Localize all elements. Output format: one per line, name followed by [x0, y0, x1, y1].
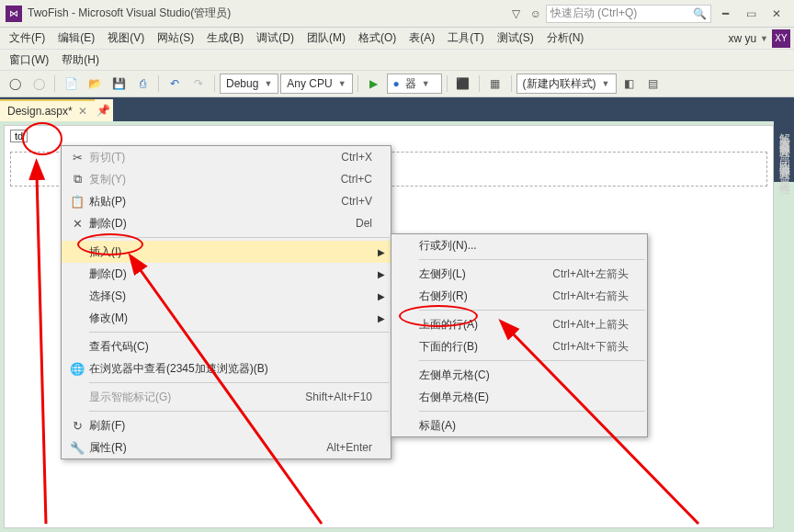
- menu-item[interactable]: 修改(M)▶: [62, 307, 391, 329]
- tool-icon[interactable]: ⬛: [452, 73, 474, 95]
- menu-item-icon: 📋: [65, 195, 89, 209]
- feedback-icon[interactable]: ☺: [526, 5, 546, 23]
- menu-item[interactable]: 右侧列(R)Ctrl+Alt+右箭头: [391, 285, 647, 307]
- chevron-down-icon: ▼: [338, 79, 346, 88]
- menu-item-label: 复制(Y): [89, 172, 126, 187]
- side-tab-properties[interactable]: 属性: [776, 173, 792, 176]
- menu-item[interactable]: 插入(I)▶: [62, 241, 391, 263]
- start-button[interactable]: ▶: [363, 73, 385, 95]
- tab-label: Design.aspx*: [7, 105, 73, 118]
- context-menu: ✂剪切(T)Ctrl+X⧉复制(Y)Ctrl+C📋粘贴(P)Ctrl+V✕删除(…: [61, 145, 391, 459]
- menu-format[interactable]: 格式(O): [353, 28, 402, 48]
- chevron-down-icon: ▼: [264, 79, 272, 88]
- save-all-button[interactable]: ⎙: [131, 73, 153, 95]
- undo-button[interactable]: ↶: [164, 73, 186, 95]
- menu-item[interactable]: 🔧属性(R)Alt+Enter: [62, 436, 391, 458]
- menu-item-shortcut: Ctrl+Alt+右箭头: [552, 289, 629, 304]
- menu-item-label: 左侧列(L): [419, 266, 466, 282]
- maximize-button[interactable]: ▭: [739, 5, 763, 23]
- side-toolwindow-tabs: 解决方案资源管理器 团队资源管理器 属性: [774, 119, 794, 182]
- menu-item[interactable]: ✕删除(D)Del: [62, 212, 391, 234]
- menu-item-label: 上面的行(A): [419, 317, 478, 333]
- style-icon[interactable]: ◧: [618, 73, 641, 95]
- quick-launch-input[interactable]: 快速启动 (Ctrl+Q) 🔍: [546, 5, 711, 23]
- menu-item-shortcut: Ctrl+Alt+上箭头: [552, 317, 629, 333]
- menu-item[interactable]: 删除(D)▶: [62, 263, 391, 285]
- menu-website[interactable]: 网站(S): [152, 28, 199, 48]
- save-button[interactable]: 💾: [108, 73, 130, 95]
- style-icon-2[interactable]: ▤: [642, 73, 664, 95]
- menu-window[interactable]: 窗口(W): [4, 51, 54, 70]
- menu-file[interactable]: 文件(F): [4, 28, 51, 48]
- menu-item[interactable]: 左侧单元格(C): [391, 364, 647, 386]
- menu-item-icon: ✂: [65, 151, 89, 164]
- submenu-arrow-icon: ▶: [378, 247, 385, 257]
- menu-team[interactable]: 团队(M): [301, 28, 351, 48]
- submenu-arrow-icon: ▶: [378, 269, 385, 279]
- menu-item[interactable]: 选择(S)▶: [62, 285, 391, 307]
- submenu-arrow-icon: ▶: [378, 313, 385, 323]
- nav-fwd-button[interactable]: ◯: [28, 73, 50, 95]
- avatar[interactable]: XY: [772, 29, 790, 48]
- tab-design[interactable]: Design.aspx* ✕: [0, 99, 95, 121]
- menu-item-shortcut: Ctrl+Alt+下箭头: [552, 339, 629, 355]
- tab-close-button[interactable]: ✕: [78, 105, 87, 118]
- menu-item[interactable]: 右侧单元格(E): [391, 386, 647, 408]
- platform-combo[interactable]: Any CPU▼: [280, 74, 352, 94]
- menu-item-shortcut: Shift+Alt+F10: [305, 391, 372, 403]
- close-button[interactable]: ✕: [765, 5, 788, 23]
- menu-item-label: 标题(A): [419, 418, 456, 434]
- vs-logo-icon: ⋈: [6, 6, 22, 22]
- menu-item-label: 左侧单元格(C): [419, 368, 490, 383]
- user-name[interactable]: xw yu: [728, 32, 756, 45]
- open-button[interactable]: 📂: [84, 73, 106, 95]
- side-tab-team-explorer[interactable]: 团队资源管理器: [776, 151, 792, 164]
- menu-item[interactable]: 上面的行(A)Ctrl+Alt+上箭头: [391, 313, 647, 335]
- menu-test[interactable]: 测试(S): [492, 28, 539, 48]
- menu-item[interactable]: 📋粘贴(P)Ctrl+V: [62, 190, 391, 212]
- browser-combo[interactable]: ●器▼: [387, 74, 442, 94]
- menu-item[interactable]: 下面的行(B)Ctrl+Alt+下箭头: [391, 335, 647, 357]
- menu-item[interactable]: 标题(A): [391, 414, 647, 436]
- pin-icon[interactable]: 📌: [95, 99, 113, 121]
- menu-item-label: 删除(D): [89, 266, 127, 282]
- menu-item[interactable]: 左侧列(L)Ctrl+Alt+左箭头: [391, 263, 647, 285]
- config-combo[interactable]: Debug▼: [220, 74, 278, 94]
- user-dropdown-icon[interactable]: ▼: [760, 34, 768, 43]
- menu-item-icon: 🌐: [65, 362, 89, 376]
- menu-item-label: 插入(I): [89, 244, 121, 260]
- style-combo[interactable]: (新建内联样式)▼: [516, 74, 617, 94]
- menu-tools[interactable]: 工具(T): [442, 28, 489, 48]
- menu-build[interactable]: 生成(B): [201, 28, 249, 48]
- menu-item-label: 粘贴(P): [89, 194, 126, 209]
- redo-button[interactable]: ↷: [187, 73, 210, 95]
- menu-item-shortcut: Ctrl+Alt+左箭头: [552, 266, 629, 282]
- menu-analyze[interactable]: 分析(N): [541, 28, 590, 48]
- menu-item: 显示智能标记(G)Shift+Alt+F10: [62, 386, 391, 408]
- minimize-button[interactable]: ━: [713, 5, 737, 23]
- menu-item-label: 在浏览器中查看(2345加速浏览器)(B): [89, 361, 268, 377]
- tool-icon-2[interactable]: ▦: [484, 73, 506, 95]
- menu-item[interactable]: ↻刷新(F): [62, 414, 391, 436]
- menu-item[interactable]: 行或列(N)...: [391, 234, 647, 256]
- menu-item-icon: ↻: [65, 419, 89, 433]
- menu-item-shortcut: Ctrl+X: [341, 151, 372, 164]
- menu-edit[interactable]: 编辑(E): [52, 28, 100, 48]
- menu-item-shortcut: Ctrl+V: [341, 195, 372, 208]
- document-tabstrip: Design.aspx* ✕ 📌: [0, 97, 794, 121]
- menu-item-icon: ⧉: [65, 172, 89, 187]
- menu-item[interactable]: 🌐在浏览器中查看(2345加速浏览器)(B): [62, 357, 391, 379]
- notification-icon[interactable]: ▽: [505, 5, 526, 23]
- new-file-button[interactable]: 📄: [60, 73, 82, 95]
- menu-item-label: 剪切(T): [89, 150, 125, 165]
- insert-submenu: 行或列(N)...左侧列(L)Ctrl+Alt+左箭头右侧列(R)Ctrl+Al…: [391, 233, 648, 437]
- menu-item-icon: ✕: [65, 217, 89, 231]
- quick-launch-placeholder: 快速启动 (Ctrl+Q): [550, 6, 637, 21]
- menu-debug[interactable]: 调试(D): [251, 28, 300, 48]
- menu-table[interactable]: 表(A): [403, 28, 440, 48]
- menu-help[interactable]: 帮助(H): [56, 51, 105, 70]
- menu-item[interactable]: 查看代码(C): [62, 335, 391, 357]
- menu-view[interactable]: 视图(V): [102, 28, 150, 48]
- nav-back-button[interactable]: ◯: [4, 73, 26, 95]
- side-tab-solution-explorer[interactable]: 解决方案资源管理器: [776, 125, 792, 141]
